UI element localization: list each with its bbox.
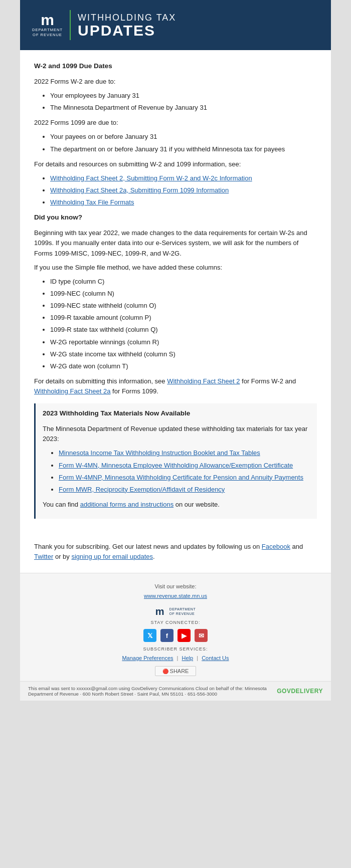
manage-preferences-link[interactable]: Manage Preferences [122, 655, 173, 661]
footer-mn-icon: m [155, 606, 164, 617]
social-icons-row: 𝕏 f ▶ ✉ [30, 629, 321, 642]
mn-logo: m DEPARTMENT OF REVENUE [32, 13, 63, 38]
list-item: ID type (column C) [50, 277, 317, 287]
twitter-link[interactable]: Twitter [34, 553, 53, 560]
govdelivery-logo: GOVDELIVERY [277, 688, 323, 695]
dyk-details: For details on submitting this informati… [34, 376, 317, 396]
footer-dept-name: DEPARTMENT OF REVENUE [169, 607, 196, 616]
w2-1099-title: W-2 and 1099 Due Dates [34, 61, 317, 72]
1099-bullets: Your payees on or before January 31 The … [50, 132, 317, 154]
header-title-bottom: UPDATES [78, 23, 176, 38]
outro-post: on our website. [173, 501, 220, 508]
header-title-top: WITHHOLDING TAX [78, 13, 176, 23]
dyk-paragraph1: Beginning with tax year 2022, we made ch… [34, 228, 317, 258]
w2-bullets: Your employees by January 31 The Minneso… [50, 91, 317, 113]
signup-link[interactable]: signing up for email updates [71, 553, 153, 560]
details-intro: For details and resources on submitting … [34, 159, 317, 169]
materials-2023-section: 2023 Withholding Tax Materials Now Avail… [34, 403, 317, 519]
detail-links-list: Withholding Fact Sheet 2, Submitting For… [50, 173, 317, 207]
list-item: Your employees by January 31 [50, 91, 317, 101]
email-container: m DEPARTMENT OF REVENUE WITHHOLDING TAX … [20, 0, 331, 701]
list-item: 1099-NEC state withheld (column O) [50, 301, 317, 311]
header-logo-area: m DEPARTMENT OF REVENUE WITHHOLDING TAX … [32, 10, 176, 40]
twitter-icon[interactable]: 𝕏 [143, 629, 156, 642]
bottom-bar: This email was sent to xxxxxx@gmail.com … [20, 681, 331, 701]
share-button[interactable]: 🔴SHARE [155, 666, 197, 676]
list-item: Form W-4MNP, Minnesota Withholding Certi… [59, 473, 310, 483]
tax-file-formats-link[interactable]: Withholding Tax File Formats [50, 198, 134, 206]
list-item: 1099-R taxable amount (column P) [50, 313, 317, 323]
email-icon[interactable]: ✉ [195, 629, 208, 642]
footer: Visit our website: www.revenue.state.mn.… [20, 573, 331, 681]
did-you-know-section: Did you know? Beginning with tax year 20… [34, 212, 317, 396]
dyk-details-pre: For details on submitting this informati… [34, 377, 167, 385]
ty-mid2: or by [53, 553, 71, 560]
materials-links-list: Minnesota Income Tax Withholding Instruc… [59, 448, 310, 495]
materials-2023-title: 2023 Withholding Tax Materials Now Avail… [43, 408, 310, 419]
header-title: WITHHOLDING TAX UPDATES [78, 13, 176, 38]
w4mnp-link[interactable]: Form W-4MNP, Minnesota Withholding Certi… [59, 474, 303, 481]
thank-you-section: Thank you for subscribing. Get our lates… [20, 533, 331, 573]
list-item: 1099-NEC (column N) [50, 289, 317, 299]
list-item: W-2G date won (column T) [50, 361, 317, 371]
fact-sheet-2-inline-link[interactable]: Withholding Fact Sheet 2 [167, 377, 240, 385]
fact-sheet-2a-inline-link[interactable]: Withholding Fact Sheet 2a [34, 387, 110, 395]
share-icon: 🔴 [162, 669, 168, 674]
header: m DEPARTMENT OF REVENUE WITHHOLDING TAX … [20, 0, 331, 50]
subscriber-services-label: SUBSCRIBER SERVICES: [30, 646, 321, 653]
list-item: 1099-R state tax withheld (column Q) [50, 325, 317, 335]
list-item: Form W-4MN, Minnesota Employee Withholdi… [59, 461, 310, 471]
list-item: Withholding Fact Sheet 2a, Submitting Fo… [50, 185, 317, 195]
list-item: Minnesota Income Tax Withholding Instruc… [59, 448, 310, 458]
mn-income-tax-booklet-link[interactable]: Minnesota Income Tax Withholding Instruc… [59, 449, 260, 457]
footer-links: Manage Preferences | Help | Contact Us [30, 655, 321, 661]
facebook-link[interactable]: Facebook [262, 543, 290, 550]
list-item: Form MWR, Reciprocity Exemption/Affidavi… [59, 485, 310, 495]
share-label: SHARE [170, 668, 189, 674]
list-item: The Minnesota Department of Revenue by J… [50, 103, 317, 113]
ty-post: . [153, 553, 155, 560]
list-item: Your payees on or before January 31 [50, 132, 317, 142]
did-you-know-title: Did you know? [34, 212, 317, 223]
list-item: Withholding Fact Sheet 2, Submitting For… [50, 173, 317, 183]
dyk-details-post: for Forms 1099. [110, 387, 158, 395]
footer-visit-label: Visit our website: [30, 582, 321, 591]
footer-website: www.revenue.state.mn.us [30, 592, 321, 600]
footer-stay-connected: STAY CONNECTED: [30, 619, 321, 626]
1099-intro: 2022 Forms 1099 are due to: [34, 118, 317, 128]
mn-m-icon: m [41, 13, 54, 28]
dept-name: DEPARTMENT OF REVENUE [32, 28, 63, 38]
facebook-icon[interactable]: f [160, 629, 173, 642]
dyk-paragraph2: If you use the Simple file method, we ha… [34, 263, 317, 273]
w2-1099-section: W-2 and 1099 Due Dates 2022 Forms W-2 ar… [34, 61, 317, 207]
ty-mid: and [290, 543, 303, 550]
outer-wrapper: m DEPARTMENT OF REVENUE WITHHOLDING TAX … [0, 0, 351, 701]
w4mn-link[interactable]: Form W-4MN, Minnesota Employee Withholdi… [59, 462, 293, 469]
dyk-details-mid: for Forms W-2 and [240, 377, 296, 385]
columns-list: ID type (column C) 1099-NEC (column N) 1… [50, 277, 317, 371]
header-divider [70, 10, 71, 40]
thank-you-text: Thank you for subscribing. Get our lates… [34, 542, 317, 562]
contact-us-link[interactable]: Contact Us [202, 655, 229, 661]
help-link[interactable]: Help [182, 655, 194, 661]
list-item: Withholding Tax File Formats [50, 197, 317, 207]
footer-logo: m DEPARTMENT OF REVENUE [30, 606, 321, 617]
list-item: W-2G reportable winnings (column R) [50, 337, 317, 347]
w2-intro: 2022 Forms W-2 are due to: [34, 77, 317, 87]
fact-sheet-2-link[interactable]: Withholding Fact Sheet 2, Submitting For… [50, 174, 252, 182]
materials-outro: You can find additional forms and instru… [43, 500, 310, 510]
list-item: The department on or before January 31 i… [50, 144, 317, 154]
mwr-link[interactable]: Form MWR, Reciprocity Exemption/Affidavi… [59, 486, 225, 493]
footer-website-link[interactable]: www.revenue.state.mn.us [144, 593, 207, 599]
main-content: W-2 and 1099 Due Dates 2022 Forms W-2 ar… [20, 50, 331, 533]
outro-pre: You can find [43, 501, 80, 508]
additional-forms-link[interactable]: additional forms and instructions [80, 501, 173, 508]
materials-intro: The Minnesota Department of Revenue upda… [43, 424, 310, 444]
list-item: W-2G state income tax withheld (column S… [50, 349, 317, 359]
fact-sheet-2a-link[interactable]: Withholding Fact Sheet 2a, Submitting Fo… [50, 186, 229, 194]
ty-pre: Thank you for subscribing. Get our lates… [34, 543, 262, 550]
disclaimer-text: This email was sent to xxxxxx@gmail.com … [28, 686, 272, 697]
youtube-icon[interactable]: ▶ [178, 629, 191, 642]
